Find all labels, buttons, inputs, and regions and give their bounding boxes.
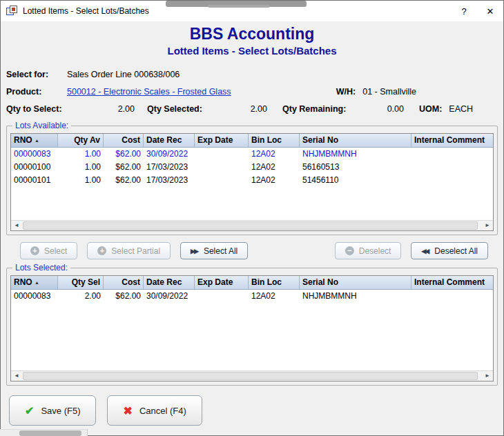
scroll-right-icon[interactable]: ►: [482, 221, 493, 230]
product-label: Product:: [6, 87, 67, 97]
product-row: Product: 500012 - Electronic Scales - Fr…: [6, 83, 498, 100]
select-all-button[interactable]: ▶▶ Select All: [180, 242, 248, 259]
deselect-button: − Deselect: [335, 242, 402, 259]
minus-circle-icon: −: [345, 246, 354, 255]
select-partial-button: + Select Partial: [87, 242, 171, 259]
table-row[interactable]: 00000100 1.00 $62.00 17/03/2023 12A02 56…: [11, 161, 493, 174]
cell-cost: $62.00: [104, 174, 144, 187]
horizontal-scrollbar[interactable]: ◄ ►: [11, 370, 493, 381]
column-header-serial-no[interactable]: Serial No: [300, 134, 411, 147]
cancel-button[interactable]: ✖ Cancel (F4): [107, 395, 202, 426]
page-title: Lotted Items - Select Lots/Batches: [1, 45, 503, 57]
cell-serial-no: NHJMBMMNH: [300, 290, 411, 303]
cell-cost: $62.00: [104, 148, 144, 161]
qty-to-select-label: Qty to Select:: [6, 104, 81, 114]
cell-qty-av: 1.00: [58, 161, 104, 174]
plus-circle-icon: +: [97, 246, 106, 255]
column-header-date-rec[interactable]: Date Rec: [144, 276, 195, 289]
select-button: + Select: [20, 242, 77, 259]
screen: Lotted Items - Select Lots/Batches ? ✕ B…: [0, 0, 504, 436]
lots-available-group-label: Lots Available:: [12, 121, 71, 130]
cell-bin-loc: 12A02: [249, 161, 300, 174]
uom-value: EACH: [449, 104, 473, 114]
column-header-exp-date[interactable]: Exp Date: [195, 134, 249, 147]
scroll-left-icon[interactable]: ◄: [11, 221, 22, 230]
scrollbar-track[interactable]: [22, 371, 482, 381]
column-header-rno[interactable]: RNO ▲: [11, 276, 58, 289]
cell-date-rec: 30/09/2022: [144, 148, 195, 161]
lots-available-table: RNO ▲ Qty Av Cost Date Rec Exp Date Bin …: [10, 133, 494, 231]
help-button[interactable]: ?: [451, 1, 477, 21]
cell-rno: 00000083: [11, 290, 58, 303]
plus-circle-icon: +: [30, 246, 39, 255]
select-for-label: Select for:: [6, 70, 67, 79]
qty-to-select-value: 2.00: [81, 104, 135, 114]
footer-button-row: ✔ Save (F5) ✖ Cancel (F4): [9, 395, 503, 426]
lots-selected-group: Lots Selected: RNO ▲ Qty Sel Cost Date R…: [6, 268, 498, 386]
column-header-internal-comment[interactable]: Internal Comment: [411, 134, 493, 147]
lotted-items-dialog: Lotted Items - Select Lots/Batches ? ✕ B…: [0, 0, 504, 436]
column-header-serial-no[interactable]: Serial No: [300, 276, 411, 289]
action-button-row: + Select + Select Partial ▶▶ Select All …: [6, 242, 498, 259]
column-header-date-rec[interactable]: Date Rec: [144, 134, 195, 147]
cell-internal-comment: [411, 148, 493, 161]
column-header-cost[interactable]: Cost: [104, 276, 144, 289]
cell-internal-comment: [411, 290, 493, 303]
scrollbar-thumb[interactable]: [23, 372, 478, 380]
window-title: Lotted Items - Select Lots/Batches: [23, 6, 149, 16]
column-header-cost[interactable]: Cost: [104, 134, 144, 147]
cell-internal-comment: [411, 161, 493, 174]
warehouse-value: 01 - Smallville: [362, 87, 416, 97]
column-header-qty-av[interactable]: Qty Av: [58, 134, 104, 147]
save-button[interactable]: ✔ Save (F5): [9, 395, 96, 426]
title-bar[interactable]: Lotted Items - Select Lots/Batches ? ✕: [1, 1, 503, 21]
qty-selected-label: Qty Selected:: [147, 104, 213, 114]
cell-date-rec: 17/03/2023: [144, 174, 195, 187]
deselect-all-button[interactable]: ◀◀ Deselect All: [411, 242, 488, 259]
column-header-bin-loc[interactable]: Bin Loc: [249, 276, 300, 289]
column-header-exp-date[interactable]: Exp Date: [195, 276, 249, 289]
table-row[interactable]: 00000083 2.00 $62.00 30/09/2022 12A02 NH…: [11, 290, 493, 303]
lots-available-group: Lots Available: RNO ▲ Qty Av Cost Date R…: [6, 126, 498, 235]
cell-exp-date: [195, 174, 249, 187]
column-header-rno[interactable]: RNO ▲: [11, 134, 58, 147]
cell-rno: 00000083: [11, 148, 58, 161]
cell-internal-comment: [411, 174, 493, 187]
sort-ascending-icon: ▲: [35, 280, 39, 285]
scroll-right-icon[interactable]: ►: [482, 371, 493, 381]
table-row[interactable]: 00000101 1.00 $62.00 17/03/2023 12A02 51…: [11, 174, 493, 187]
lots-selected-body: 00000083 2.00 $62.00 30/09/2022 12A02 NH…: [11, 290, 493, 370]
select-for-value: Sales Order Line 000638/006: [67, 70, 180, 79]
cell-exp-date: [195, 148, 249, 161]
table-header-row: RNO ▲ Qty Sel Cost Date Rec Exp Date Bin…: [11, 276, 493, 290]
sort-ascending-icon: ▲: [35, 138, 39, 143]
table-row[interactable]: 00000083 1.00 $62.00 30/09/2022 12A02 NH…: [11, 148, 493, 161]
cell-rno: 00000101: [11, 174, 58, 187]
select-for-row: Select for: Sales Order Line 000638/006: [6, 66, 498, 83]
lots-selected-table: RNO ▲ Qty Sel Cost Date Rec Exp Date Bin…: [10, 275, 494, 382]
cell-rno: 00000100: [11, 161, 58, 174]
cell-serial-no: 51456110: [300, 174, 411, 187]
cell-bin-loc: 12A02: [249, 148, 300, 161]
green-check-icon: ✔: [25, 404, 34, 417]
close-button[interactable]: ✕: [477, 1, 503, 21]
scrollbar-thumb[interactable]: [23, 221, 478, 230]
uom-label: UOM:: [419, 104, 442, 114]
cell-cost: $62.00: [104, 161, 144, 174]
horizontal-scrollbar[interactable]: ◄ ►: [11, 220, 493, 230]
warehouse-label: W/H:: [336, 87, 356, 97]
scrollbar-track[interactable]: [22, 221, 482, 230]
column-header-internal-comment[interactable]: Internal Comment: [411, 276, 493, 289]
column-header-qty-sel[interactable]: Qty Sel: [58, 276, 104, 289]
lots-selected-group-label: Lots Selected:: [12, 263, 70, 272]
info-panel: Select for: Sales Order Line 000638/006 …: [1, 66, 503, 117]
qty-remaining-label: Qty Remaining:: [282, 104, 354, 114]
cell-serial-no: 56160513: [300, 161, 411, 174]
product-link[interactable]: 500012 - Electronic Scales - Frosted Gla…: [67, 87, 231, 97]
scroll-left-icon[interactable]: ◄: [11, 371, 22, 381]
cell-exp-date: [195, 290, 249, 303]
column-header-bin-loc[interactable]: Bin Loc: [249, 134, 300, 147]
qty-selected-value: 2.00: [213, 104, 267, 114]
red-x-icon: ✖: [123, 404, 132, 417]
redacted-text: [208, 5, 270, 8]
